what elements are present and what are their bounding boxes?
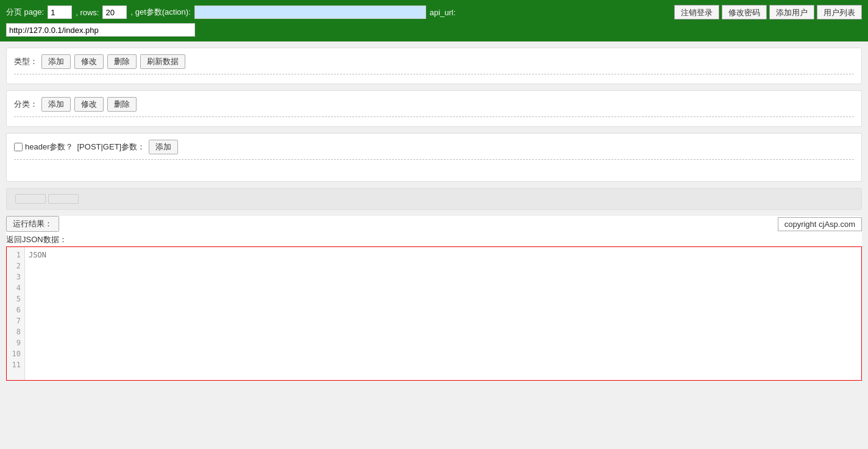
json-label: 返回JSON数据：: [6, 234, 862, 245]
scroll-left-button[interactable]: [15, 194, 46, 204]
type-separator: [14, 74, 854, 74]
api-url-label: api_url:: [430, 8, 456, 17]
line-7: 7: [10, 315, 21, 326]
post-get-label: [POST|GET]参数：: [77, 142, 145, 153]
category-delete-button[interactable]: 删除: [107, 97, 137, 112]
header-checkbox-label[interactable]: header参数？: [14, 142, 73, 153]
category-section: 分类： 添加 修改 删除: [6, 90, 862, 127]
line-11: 11: [10, 359, 21, 370]
type-refresh-button[interactable]: 刷新数据: [140, 54, 185, 69]
header-checkbox[interactable]: [14, 143, 23, 151]
change-password-button[interactable]: 修改密码: [722, 5, 767, 20]
category-add-button[interactable]: 添加: [41, 97, 71, 112]
type-add-button[interactable]: 添加: [41, 54, 71, 69]
category-row: 分类： 添加 修改 删除: [14, 97, 854, 112]
category-label: 分类：: [14, 99, 38, 110]
main-content: 类型： 添加 修改 删除 刷新数据 分类： 添加 修改 删除 header参数？…: [0, 41, 868, 387]
logout-button[interactable]: 注销登录: [674, 5, 719, 20]
params-add-button[interactable]: 添加: [149, 140, 178, 154]
result-header: 运行结果： copyright cjAsp.com: [6, 216, 862, 232]
add-user-button[interactable]: 添加用户: [769, 5, 814, 20]
header-checkbox-text: header参数？: [25, 142, 73, 153]
json-textarea[interactable]: [25, 247, 861, 380]
api-url-input[interactable]: [6, 23, 195, 37]
json-editor: 1 2 3 4 5 6 7 8 9 10 11: [6, 246, 862, 381]
header-buttons: 注销登录 修改密码 添加用户 用户列表: [674, 5, 862, 20]
line-6: 6: [10, 304, 21, 315]
scroll-right-button[interactable]: [48, 194, 79, 204]
run-panel: [6, 188, 862, 210]
type-row: 类型： 添加 修改 删除 刷新数据: [14, 54, 854, 69]
line-1: 1: [10, 250, 21, 260]
action-input[interactable]: [194, 5, 426, 19]
line-numbers: 1 2 3 4 5 6 7 8 9 10 11: [7, 247, 25, 380]
line-5: 5: [10, 293, 21, 304]
header-row1: 分页 page: , rows: , get参数(action): api_ur…: [6, 5, 862, 20]
type-section: 类型： 添加 修改 删除 刷新数据: [6, 48, 862, 84]
type-edit-button[interactable]: 修改: [74, 54, 104, 69]
type-label: 类型：: [14, 56, 38, 67]
line-9: 9: [10, 337, 21, 348]
user-list-button[interactable]: 用户列表: [817, 5, 862, 20]
line-10: 10: [10, 348, 21, 359]
header-bar: 分页 page: , rows: , get参数(action): api_ur…: [0, 0, 868, 41]
result-area: 运行结果： copyright cjAsp.com 返回JSON数据： 1 2 …: [6, 216, 862, 381]
category-separator: [14, 117, 854, 117]
page-label: 分页 page:: [6, 7, 44, 18]
line-2: 2: [10, 260, 21, 271]
line-4: 4: [10, 282, 21, 293]
line-8: 8: [10, 326, 21, 337]
run-button[interactable]: 运行结果：: [6, 216, 59, 232]
header-row2: [6, 23, 862, 37]
params-separator: [14, 159, 854, 160]
category-edit-button[interactable]: 修改: [74, 97, 104, 112]
scroll-tabs: [13, 192, 81, 206]
params-row: header参数？ [POST|GET]参数： 添加: [14, 140, 854, 154]
rows-input[interactable]: [102, 5, 127, 19]
params-section: header参数？ [POST|GET]参数： 添加: [6, 133, 862, 182]
rows-label: , rows:: [76, 8, 99, 17]
page-input[interactable]: [48, 5, 72, 19]
line-3: 3: [10, 271, 21, 282]
action-label: , get参数(action):: [130, 7, 190, 18]
copyright-box: copyright cjAsp.com: [778, 217, 862, 231]
type-delete-button[interactable]: 删除: [107, 54, 137, 69]
